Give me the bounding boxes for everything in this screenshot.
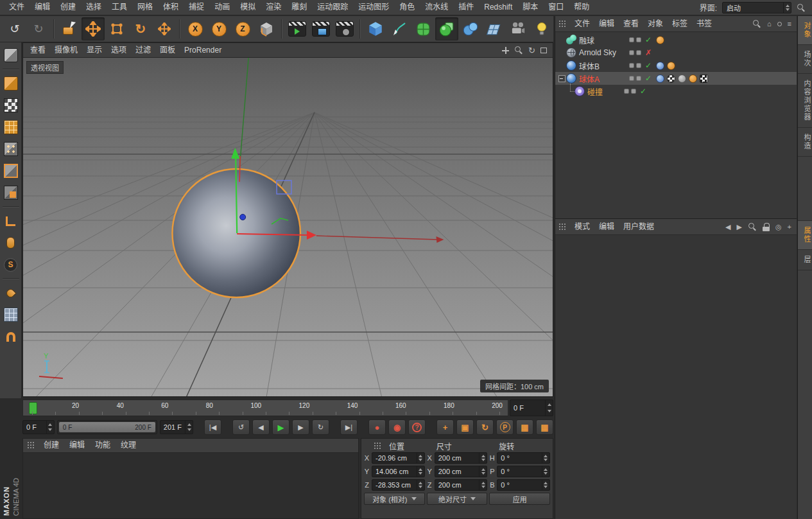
camera-button[interactable] [506,17,530,40]
search-icon[interactable] [752,19,761,28]
viewport-menu-item[interactable]: ProRender [180,43,226,57]
panel-grip-icon[interactable] [27,441,35,450]
object-manager-menu-item[interactable]: 书签 [692,16,716,31]
lock-y-axis-button[interactable]: Y [207,17,230,40]
goto-end-button[interactable]: ▶| [340,419,358,435]
record-keyframe-button[interactable]: ● [368,419,386,435]
editor-visibility-toggle[interactable] [624,89,629,94]
interface-select[interactable]: 启动 [722,2,791,13]
menu-item[interactable]: 捕捉 [184,0,209,15]
spinner-arrows[interactable] [417,453,424,463]
home-icon[interactable]: ⌂ [767,21,772,28]
enabled-check-icon[interactable]: ✓ [643,61,653,70]
editor-visibility-toggle[interactable] [629,50,634,55]
attribute-manager-body[interactable] [555,235,797,519]
polygons-mode-button[interactable] [1,183,21,202]
draw-spline-button[interactable] [388,17,411,40]
key-scale-toggle[interactable]: ▣ [456,419,474,435]
tab-attributes[interactable]: 属性 [798,221,812,250]
material-tag-icon[interactable] [689,75,697,83]
rot-p-field[interactable]: 0 ° [497,466,550,477]
light-button[interactable] [530,17,553,40]
editor-visibility-toggle[interactable] [629,76,634,81]
undo-button[interactable]: ↺ [3,17,26,40]
material-menu-item[interactable]: 纹理 [116,439,141,452]
snap-toggle-button[interactable]: S [1,255,21,274]
pan-view-icon[interactable] [502,47,509,54]
object-row-sphere-b[interactable]: 球体B ✓ [555,59,797,72]
minimize-icon[interactable] [777,22,782,26]
panel-grip-icon[interactable] [374,442,382,450]
object-row-sphere-a[interactable]: 球体A ✓ [555,72,797,85]
menu-item[interactable]: 创建 [55,0,81,15]
playhead-marker[interactable] [29,402,37,414]
spinner-arrows[interactable] [479,466,487,477]
last-tool-button[interactable] [153,17,176,40]
focus-target-icon[interactable]: ◎ [775,224,782,231]
menu-item[interactable]: 模拟 [235,0,261,15]
enabled-check-icon[interactable]: ✓ [638,87,648,96]
object-name[interactable]: 球体A [579,73,629,84]
spinner-arrows[interactable] [479,453,487,463]
tab-layers[interactable]: 层 [798,250,812,270]
object-manager-menu-item[interactable]: 标签 [668,16,692,31]
menu-item[interactable]: 选择 [81,0,107,15]
object-row-collision[interactable]: 碰撞 ✓ [555,85,797,98]
move-tool-button[interactable] [82,17,105,40]
object-name[interactable]: Arnold Sky [579,48,629,57]
menu-item[interactable]: Redshift [479,0,517,15]
viewport-menu-item[interactable]: 选项 [107,43,131,57]
model-mode-button[interactable] [1,74,21,93]
menu-item[interactable]: 体积 [158,0,184,15]
texture-tag-icon[interactable] [667,75,675,83]
pos-x-field[interactable]: -20.96 cm [372,452,425,464]
rotate-tool-button[interactable]: ↻ [129,17,152,40]
size-x-field[interactable]: 200 cm [435,452,488,464]
render-view-button[interactable] [286,17,309,40]
key-position-toggle[interactable]: + [436,419,454,435]
viewport-menu-item[interactable]: 查看 [26,43,50,57]
add-cube-button[interactable] [364,17,387,40]
spinner-arrows[interactable] [417,480,424,490]
render-visibility-toggle[interactable] [636,50,641,55]
lock-workplane-button[interactable] [1,305,21,324]
play-reverse-button[interactable]: ↺ [232,419,250,435]
z-axis-handle[interactable] [240,215,246,220]
keying-help-button[interactable]: ? [408,419,426,435]
menu-item[interactable]: 网格 [132,0,158,15]
key-parameter-toggle[interactable]: P [496,419,514,435]
preview-range-slider[interactable]: 0 F 200 F [57,420,157,434]
material-list-empty[interactable] [23,453,358,518]
zoom-view-icon[interactable] [514,46,523,55]
spinner-arrows[interactable] [542,480,549,490]
object-manager-menu-item[interactable]: 查看 [619,16,643,31]
rotate-view-icon[interactable]: ↻ [528,46,535,55]
scene-3d[interactable]: Y [23,58,553,396]
texture-mode-button[interactable] [1,96,21,115]
goto-start-button[interactable]: |◀ [204,419,221,435]
spinner-arrows[interactable] [542,466,549,477]
end-frame-field[interactable]: 201 F [160,420,193,434]
coordinate-system-button[interactable] [255,17,278,40]
timeline-mode-button[interactable]: ▦ [536,419,553,435]
loop-button[interactable]: ↻ [312,419,329,435]
lock-icon[interactable] [763,223,770,231]
viewport-menu-item[interactable]: 面板 [155,43,180,57]
play-button[interactable]: ▶ [272,419,289,435]
spinner-arrows[interactable] [783,3,791,13]
disabled-cross-icon[interactable]: ✗ [643,48,653,57]
menu-item[interactable]: 编辑 [30,0,55,15]
history-back-icon[interactable]: ◀ [725,224,730,231]
render-visibility-toggle[interactable] [631,89,636,94]
apply-button[interactable]: 应用 [489,493,550,505]
phong-tag-icon[interactable] [656,62,664,70]
viewport-menu-item[interactable]: 摄像机 [50,43,82,57]
paint-mode-button[interactable] [1,283,21,303]
live-selection-button[interactable] [58,17,81,40]
render-settings-button[interactable] [333,17,356,40]
uvw-tag-icon[interactable] [700,75,708,83]
scale-tool-button[interactable] [105,17,128,40]
material-menu-item[interactable]: 创建 [39,439,64,452]
magnet-snap-button[interactable] [1,327,21,346]
object-name[interactable]: 球体B [579,60,629,71]
